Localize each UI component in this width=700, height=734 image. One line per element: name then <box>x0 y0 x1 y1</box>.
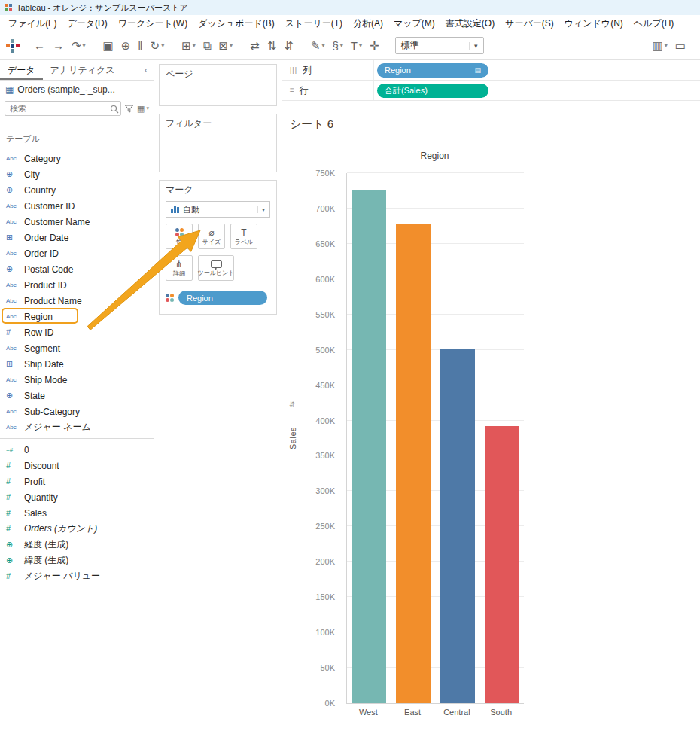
field-country[interactable]: ⊕Country <box>0 182 154 198</box>
color-button[interactable]: 色 <box>166 224 193 249</box>
pause-updates-icon[interactable]: ‖ <box>134 35 146 56</box>
menu-item-10[interactable]: ウィンドウ(N) <box>559 17 628 30</box>
filter-fields-icon[interactable] <box>125 105 133 113</box>
field-経度-生成-[interactable]: ⊕経度 (生成) <box>0 537 154 553</box>
fix-axes-icon[interactable]: ✛ <box>366 35 383 56</box>
show-mark-labels-icon[interactable]: T▾ <box>347 35 366 56</box>
pages-shelf[interactable]: ページ <box>159 64 277 106</box>
field-category[interactable]: AbcCategory <box>0 151 154 166</box>
label-button[interactable]: T ラベル <box>230 224 257 249</box>
menu-item-11[interactable]: ヘルプ(H) <box>628 17 680 30</box>
search-input[interactable] <box>5 101 121 116</box>
chevron-down-icon: ▾ <box>340 42 343 49</box>
menu-item-8[interactable]: 書式設定(O) <box>440 17 500 30</box>
field-postal-code[interactable]: ⊕Postal Code <box>0 261 154 277</box>
field-ship-date[interactable]: ⊞Ship Date <box>0 356 154 372</box>
filters-shelf[interactable]: フィルター <box>159 114 277 172</box>
field-quantity[interactable]: #Quantity <box>0 489 154 505</box>
size-button[interactable]: ⌀ サイズ <box>198 224 225 249</box>
x-tick-west[interactable]: West <box>346 708 391 717</box>
field-order-date[interactable]: ⊞Order Date <box>0 230 154 245</box>
field-order-id[interactable]: AbcOrder ID <box>0 245 154 261</box>
fit-selector[interactable]: 標準 ▾ <box>395 37 484 54</box>
field-city[interactable]: ⊕City <box>0 166 154 182</box>
tables-section-label: テーブル <box>6 133 154 145</box>
bar-west[interactable] <box>352 190 386 703</box>
field-customer-name[interactable]: AbcCustomer Name <box>0 214 154 230</box>
field-segment[interactable]: AbcSegment <box>0 340 154 356</box>
refresh-datasource-icon[interactable]: ↻▾ <box>147 35 169 56</box>
swap-rows-columns-icon[interactable]: ⇄ <box>246 35 263 56</box>
menu-item-2[interactable]: データ(D) <box>62 17 112 30</box>
pill-sort-icon[interactable]: ▤ <box>474 67 481 74</box>
tab-data[interactable]: データ <box>0 60 43 80</box>
bar-east[interactable] <box>396 224 431 703</box>
field-sub-category[interactable]: AbcSub-Category <box>0 404 154 419</box>
mark-type-dropdown[interactable]: 自動 ▾ <box>166 201 270 218</box>
add-datasource-icon[interactable]: ⊕ <box>117 35 135 56</box>
field-メジャー-ネーム[interactable]: Abcメジャー ネーム <box>0 419 154 435</box>
tooltip-button-label: ツールヒント <box>198 270 235 276</box>
menu-item-5[interactable]: ストーリー(T) <box>280 17 348 30</box>
field-label: Postal Code <box>24 264 73 275</box>
tableau-logo-icon[interactable] <box>6 39 20 53</box>
rows-pill-sum-sales[interactable]: 合計(Sales) <box>377 84 488 98</box>
menu-item-4[interactable]: ダッシュボード(B) <box>193 17 280 30</box>
presentation-mode-icon[interactable]: ▭ <box>671 35 689 56</box>
field-state[interactable]: ⊕State <box>0 388 154 404</box>
field-sales[interactable]: #Sales <box>0 505 154 521</box>
save-icon[interactable]: ▣ <box>99 35 117 56</box>
menu-item-9[interactable]: サーバー(S) <box>500 17 559 30</box>
columns-shelf[interactable]: ||| 列 Region ▤ <box>282 60 700 81</box>
column-field-header[interactable]: Region <box>346 151 523 161</box>
x-tick-central[interactable]: Central <box>435 708 479 717</box>
sort-ascending-icon[interactable]: ⇅ <box>263 35 281 56</box>
y-tick-label: 450K <box>315 381 335 390</box>
show-hide-cards-icon[interactable]: ▥▾ <box>649 35 671 56</box>
field-profit[interactable]: #Profit <box>0 474 154 489</box>
field-discount[interactable]: #Discount <box>0 458 154 474</box>
x-tick-south[interactable]: South <box>479 708 523 717</box>
tab-analytics[interactable]: アナリティクス <box>43 60 123 80</box>
field-label: Row ID <box>24 327 53 338</box>
marks-pill-region[interactable]: Region <box>178 291 267 305</box>
back-icon[interactable]: ← <box>30 35 49 56</box>
field-row-id[interactable]: #Row ID <box>0 324 154 340</box>
add-datasource-glyph: ⊕ <box>121 40 131 51</box>
tooltip-button[interactable]: ツールヒント <box>198 255 234 281</box>
duplicate-sheet-icon[interactable]: ⧉ <box>199 35 215 56</box>
field-メジャー-バリュー[interactable]: #メジャー バリュー <box>0 568 154 584</box>
field-product-name[interactable]: AbcProduct Name <box>0 293 154 309</box>
field-0[interactable]: =#0 <box>0 442 154 458</box>
field-customer-id[interactable]: AbcCustomer ID <box>0 198 154 214</box>
menu-item-1[interactable]: ファイル(F) <box>3 17 62 30</box>
y-tick-label: 700K <box>315 204 335 213</box>
forward-icon[interactable]: → <box>49 35 68 56</box>
field-region[interactable]: AbcRegion <box>0 309 154 324</box>
new-worksheet-icon[interactable]: ⊞▾ <box>178 35 199 56</box>
view-options-icon[interactable]: ▦▾ <box>137 104 149 114</box>
field-product-id[interactable]: AbcProduct ID <box>0 277 154 293</box>
bar-south[interactable] <box>485 426 519 703</box>
group-members-icon[interactable]: §▾ <box>328 35 346 56</box>
field-orders-カウント-[interactable]: #Orders (カウント) <box>0 521 154 537</box>
menu-item-3[interactable]: ワークシート(W) <box>113 17 193 30</box>
clear-sheet-icon[interactable]: ⊠▾ <box>215 35 236 56</box>
menu-item-7[interactable]: マップ(M) <box>388 17 440 30</box>
field-label: Product Name <box>24 296 82 306</box>
detail-button[interactable]: ⋔ 詳細 <box>166 255 193 281</box>
bar-central[interactable] <box>440 349 475 703</box>
field-緯度-生成-[interactable]: ⊕緯度 (生成) <box>0 553 154 568</box>
columns-pill-region[interactable]: Region ▤ <box>377 63 488 78</box>
date-field-icon: ⊞ <box>6 360 24 368</box>
redo-icon[interactable]: ↷▾ <box>68 35 90 56</box>
rows-shelf[interactable]: ≡ 行 合計(Sales) <box>282 81 700 101</box>
datasource-row[interactable]: ▦ Orders (sample_-_sup... <box>0 81 154 99</box>
x-tick-east[interactable]: East <box>391 708 435 717</box>
field-ship-mode[interactable]: AbcShip Mode <box>0 372 154 388</box>
sort-descending-icon[interactable]: ⇵ <box>280 35 297 56</box>
collapse-pane-icon[interactable]: ‹ <box>138 65 154 75</box>
columns-shelf-label-box: ||| 列 <box>282 60 374 80</box>
menu-item-6[interactable]: 分析(A) <box>348 17 388 30</box>
highlight-icon[interactable]: ✎▾ <box>307 35 329 56</box>
